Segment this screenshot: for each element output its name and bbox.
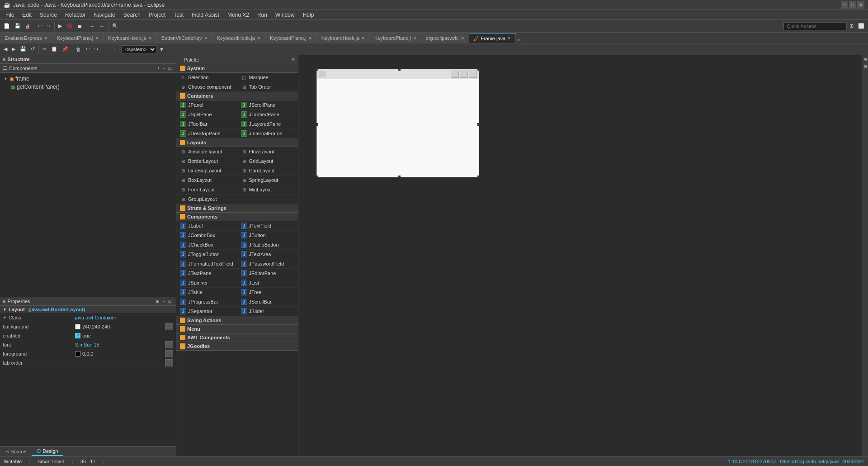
frame-body[interactable] xyxy=(317,79,479,177)
components-btn-3[interactable]: ⊡ xyxy=(167,66,173,71)
menu-help[interactable]: Help xyxy=(299,11,318,19)
sec-tb-delete[interactable]: 🗑 xyxy=(74,46,83,53)
palette-jtable[interactable]: J JTable xyxy=(176,288,237,297)
prop-enabled-value[interactable]: ✓ true xyxy=(72,331,176,340)
palette-cat-components[interactable]: Components xyxy=(176,213,298,221)
menu-project[interactable]: Project xyxy=(145,11,169,19)
right-sb-btn-2[interactable]: ⊟ xyxy=(862,63,868,70)
palette-jradiobutton[interactable]: ⊙ JRadioButton xyxy=(237,240,298,250)
frame-maximize-btn[interactable]: □ xyxy=(460,71,468,78)
palette-jtextpane[interactable]: J JTextPane xyxy=(176,269,237,278)
tab-8-close[interactable]: ✕ xyxy=(461,36,464,41)
background-edit-btn[interactable]: … xyxy=(165,323,173,330)
palette-cat-swing-actions[interactable]: Swing Actions xyxy=(176,316,298,325)
components-btn-1[interactable]: + xyxy=(156,66,161,71)
tb-stop[interactable]: ⏹ xyxy=(75,23,84,30)
taborder-edit-btn[interactable]: … xyxy=(165,359,173,366)
tab-9-close[interactable]: ✕ xyxy=(507,36,511,41)
palette-jspinner[interactable]: J JSpinner xyxy=(176,278,237,288)
tab-7-close[interactable]: ✕ xyxy=(413,36,416,41)
tb-redo[interactable]: ↪ xyxy=(45,22,52,30)
tab-3[interactable]: ButtonVkCodeKey ✕ xyxy=(157,33,212,43)
sec-tb-redo[interactable]: ↪ xyxy=(92,45,100,53)
quick-access-input[interactable] xyxy=(783,22,847,30)
tab-5[interactable]: KeyboardPiano.j ✕ xyxy=(265,33,317,43)
tab-2[interactable]: KeyboardHook.ja ✕ xyxy=(104,33,156,43)
system-select[interactable]: <system> xyxy=(121,45,156,53)
palette-tab-order[interactable]: ⊞ Tab Order xyxy=(237,82,298,92)
palette-jslider[interactable]: J JSlider xyxy=(237,307,298,316)
tab-source[interactable]: S Source xyxy=(0,447,32,456)
sec-tb-copy[interactable]: 📋 xyxy=(49,45,59,53)
palette-gridlayout[interactable]: ⊞ GridLayout xyxy=(237,157,298,166)
tab-0[interactable]: EvalueteExpress ✕ xyxy=(0,33,52,43)
palette-jlist[interactable]: J JList xyxy=(237,278,298,288)
sec-tb-cut[interactable]: ✂ xyxy=(41,45,48,53)
palette-flowlayout[interactable]: ⊞ FlowLayout xyxy=(237,147,298,157)
palette-jtogglebutton[interactable]: J JToggleButton xyxy=(176,250,237,259)
palette-close[interactable]: ✕ xyxy=(291,57,295,62)
frame-window[interactable]: ─ □ ✕ xyxy=(316,69,479,177)
tab-more[interactable]: » xyxy=(516,37,523,43)
palette-cat-layouts[interactable]: Layouts xyxy=(176,138,298,147)
palette-jsplitpane[interactable]: J JSplitPane xyxy=(176,110,237,119)
resize-tl[interactable] xyxy=(316,68,318,71)
tab-8[interactable]: org.eclipse.wb. ✕ xyxy=(421,33,469,43)
tb-undo[interactable]: ↩ xyxy=(36,22,44,30)
palette-choose-component[interactable]: ⊕ Choose component xyxy=(176,82,237,92)
menu-window[interactable]: Window xyxy=(272,11,298,19)
sec-tb-up[interactable]: ↑ xyxy=(104,46,110,53)
enabled-checkbox[interactable]: ✓ xyxy=(75,333,80,338)
palette-jcombobox[interactable]: J JComboBox xyxy=(176,231,237,240)
palette-jtextfield[interactable]: J JTextField xyxy=(237,221,298,231)
menu-search[interactable]: Search xyxy=(120,11,144,19)
resize-br[interactable] xyxy=(477,176,480,178)
sec-tb-down[interactable]: ↓ xyxy=(111,46,118,53)
sec-tb-2[interactable]: ▶ xyxy=(10,45,17,53)
tb-back[interactable]: ← xyxy=(88,23,97,30)
palette-jtree[interactable]: J JTree xyxy=(237,288,298,297)
sec-tb-save[interactable]: 💾 xyxy=(18,45,28,53)
props-btn-1[interactable]: ⊞ xyxy=(155,299,161,304)
sec-tb-paste[interactable]: 📌 xyxy=(60,45,70,53)
resize-rm[interactable] xyxy=(477,123,480,126)
palette-marquee[interactable]: ⬚ Marquee xyxy=(237,73,298,82)
palette-jdesktoppane[interactable]: J JDesktopPane xyxy=(176,129,237,138)
palette-cat-struts[interactable]: Struts & Springs xyxy=(176,204,298,213)
menu-run[interactable]: Run xyxy=(254,11,271,19)
tab-1[interactable]: KeyboardPiano.j ✕ xyxy=(52,33,104,43)
menu-field-assist[interactable]: Field Assist xyxy=(188,11,223,19)
palette-jcheckbox[interactable]: J JCheckBox xyxy=(176,240,237,250)
props-btn-2[interactable]: - xyxy=(162,299,166,304)
prop-class-value[interactable]: java.awt.Container xyxy=(72,313,176,322)
tab-4[interactable]: KeyboardHook.ja ✕ xyxy=(212,33,265,43)
components-btn-2[interactable]: - xyxy=(162,66,166,71)
menu-navigate[interactable]: Navigate xyxy=(90,11,118,19)
tab-0-close[interactable]: ✕ xyxy=(44,36,47,41)
menu-file[interactable]: File xyxy=(2,11,18,19)
palette-absolute[interactable]: ⊞ Absolute layout xyxy=(176,147,237,157)
palette-jtoolbar[interactable]: J JToolBar xyxy=(176,119,237,129)
palette-jpanel[interactable]: J JPanel xyxy=(176,100,237,110)
resize-bm[interactable] xyxy=(398,176,401,178)
resize-tr[interactable] xyxy=(477,68,480,71)
frame-minimize-btn[interactable]: ─ xyxy=(451,71,459,78)
tab-4-close[interactable]: ✕ xyxy=(257,36,260,41)
palette-borderlayout[interactable]: ⊞ BorderLayout xyxy=(176,157,237,166)
tb-maximize[interactable]: ⬜ xyxy=(856,22,866,30)
palette-selection[interactable]: ↖ Selection xyxy=(176,73,237,82)
palette-jlabel[interactable]: J JLabel xyxy=(176,221,237,231)
font-edit-btn[interactable]: … xyxy=(165,341,173,348)
canvas-container[interactable]: ─ □ ✕ xyxy=(298,55,862,456)
tb-save[interactable]: 💾 xyxy=(13,22,23,30)
tab-design[interactable]: D Design xyxy=(32,447,63,456)
palette-formlayout[interactable]: ⊞ FormLayout xyxy=(176,185,237,195)
palette-jlayeredpane[interactable]: J JLayeredPane xyxy=(237,119,298,129)
tab-5-close[interactable]: ✕ xyxy=(308,36,312,41)
resize-bl[interactable] xyxy=(316,176,318,178)
resize-tm[interactable] xyxy=(398,68,401,71)
palette-jseparator[interactable]: J JSeparator xyxy=(176,307,237,316)
palette-gridbaglayout[interactable]: ⊞ GridBagLayout xyxy=(176,166,237,176)
sec-tb-1[interactable]: ◀ xyxy=(2,45,9,53)
tab-3-close[interactable]: ✕ xyxy=(204,36,208,41)
